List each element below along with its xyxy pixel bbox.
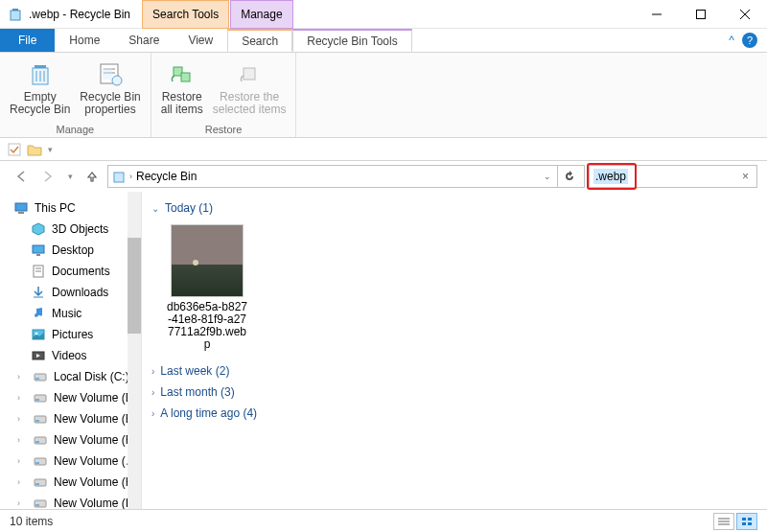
disk-icon bbox=[33, 369, 48, 384]
clear-search-button[interactable]: × bbox=[738, 170, 753, 183]
recycle-bin-properties-button[interactable]: Recycle Bin properties bbox=[76, 57, 144, 122]
close-button[interactable] bbox=[723, 0, 767, 29]
tree-label: Local Disk (C:) bbox=[54, 370, 129, 383]
back-button[interactable] bbox=[10, 165, 33, 188]
sidebar-scroll-thumb[interactable] bbox=[128, 238, 141, 334]
tree-label: New Volume (F:) bbox=[54, 433, 139, 447]
sidebar-item-local-disk-c-[interactable]: ›Local Disk (C:) bbox=[0, 366, 141, 387]
svg-rect-37 bbox=[35, 420, 39, 422]
3d-icon bbox=[31, 221, 46, 237]
breadcrumb[interactable]: › Recycle Bin ⌄ bbox=[107, 165, 585, 188]
manage-context-tab[interactable]: Manage bbox=[230, 0, 292, 29]
view-tab[interactable]: View bbox=[174, 29, 227, 52]
svg-rect-23 bbox=[33, 245, 44, 253]
sidebar-item-this-pc[interactable]: This PC bbox=[0, 197, 141, 219]
group-header[interactable]: ›A long time ago (4) bbox=[151, 403, 757, 424]
chevron-right-icon: › bbox=[151, 387, 154, 398]
expand-icon[interactable]: › bbox=[17, 477, 27, 487]
docs-icon bbox=[31, 264, 46, 279]
thumbnails-view-button[interactable] bbox=[736, 513, 757, 530]
recycle-bin-icon bbox=[8, 7, 23, 22]
empty-recycle-bin-button[interactable]: Empty Recycle Bin bbox=[6, 57, 74, 122]
expand-icon[interactable]: › bbox=[17, 435, 27, 445]
svg-rect-1 bbox=[12, 9, 18, 11]
recent-dropdown[interactable]: ▾ bbox=[63, 165, 77, 188]
sidebar-item-new-volume-f-[interactable]: ›New Volume (F:) bbox=[0, 429, 141, 451]
expand-icon[interactable]: › bbox=[17, 456, 27, 466]
titlebar: .webp - Recycle Bin Search Tools Manage bbox=[0, 0, 767, 29]
ribbon-group-label: Manage bbox=[6, 122, 145, 135]
file-item[interactable]: db636e5a-b827-41e8-81f9-a277711a2f9b.web… bbox=[165, 224, 249, 351]
expand-icon[interactable]: › bbox=[17, 372, 27, 382]
tree-label: Music bbox=[52, 307, 81, 320]
tree-label: This PC bbox=[35, 201, 76, 215]
tab-label: Home bbox=[69, 34, 100, 47]
sidebar-item-documents[interactable]: Documents bbox=[0, 261, 141, 282]
details-view-button[interactable] bbox=[713, 513, 734, 530]
dropdown-icon[interactable]: ▾ bbox=[48, 145, 53, 154]
group-header[interactable]: ⌄Today (1) bbox=[151, 197, 757, 219]
search-input[interactable]: .webp × bbox=[589, 165, 757, 188]
chevron-down-icon[interactable]: ⌄ bbox=[538, 172, 557, 181]
recycle-bin-tools-tab[interactable]: Recycle Bin Tools bbox=[292, 29, 412, 52]
refresh-button[interactable] bbox=[557, 165, 580, 188]
folder-icon[interactable] bbox=[27, 143, 42, 156]
up-button[interactable] bbox=[81, 165, 104, 188]
svg-rect-3 bbox=[697, 10, 706, 18]
group-header[interactable]: ›Last week (2) bbox=[151, 360, 757, 382]
minimize-button[interactable] bbox=[635, 0, 679, 29]
svg-rect-22 bbox=[18, 212, 24, 214]
ribbon-group-restore: Restore all items Restore the selected i… bbox=[151, 53, 297, 137]
collapse-ribbon-icon[interactable]: ^ bbox=[729, 34, 734, 47]
svg-rect-52 bbox=[748, 518, 752, 520]
expand-icon[interactable]: › bbox=[17, 414, 27, 424]
svg-rect-24 bbox=[36, 254, 40, 256]
tree-label: Downloads bbox=[52, 286, 108, 299]
sidebar-item-pictures[interactable]: Pictures bbox=[0, 324, 141, 345]
forward-button[interactable] bbox=[36, 165, 59, 188]
search-tab[interactable]: Search bbox=[227, 29, 292, 52]
item-count: 10 items bbox=[10, 515, 53, 528]
file-tab[interactable]: File bbox=[0, 29, 55, 52]
svg-rect-0 bbox=[11, 11, 20, 20]
tree-label: 3D Objects bbox=[52, 222, 108, 236]
context-tab-label: Search Tools bbox=[152, 8, 219, 21]
svg-rect-21 bbox=[15, 203, 27, 211]
pc-icon bbox=[13, 200, 29, 216]
sidebar-item-music[interactable]: Music bbox=[0, 303, 141, 324]
svg-rect-41 bbox=[35, 462, 39, 464]
sidebar-item-downloads[interactable]: Downloads bbox=[0, 282, 141, 303]
restore-all-button[interactable]: Restore all items bbox=[157, 57, 207, 122]
group-label: Last month (3) bbox=[160, 385, 234, 399]
breadcrumb-sep-icon: › bbox=[129, 172, 132, 181]
tree-label: Desktop bbox=[52, 243, 94, 257]
tree-label: New Volume (I:) bbox=[54, 497, 135, 510]
help-icon[interactable]: ? bbox=[742, 33, 757, 48]
expand-icon[interactable]: › bbox=[17, 498, 27, 508]
sidebar-item-desktop[interactable]: Desktop bbox=[0, 240, 141, 261]
checkbox-icon[interactable] bbox=[8, 143, 21, 156]
home-tab[interactable]: Home bbox=[55, 29, 114, 52]
sidebar-item-new-volume-g-[interactable]: ›New Volume (G:) bbox=[0, 451, 141, 472]
sidebar-item-new-volume-e-[interactable]: ›New Volume (E:) bbox=[0, 408, 141, 429]
expand-icon[interactable]: › bbox=[17, 393, 27, 403]
svg-rect-54 bbox=[748, 522, 752, 525]
search-tools-context-tab[interactable]: Search Tools bbox=[142, 0, 229, 29]
vid-icon bbox=[31, 348, 46, 363]
sidebar-item-videos[interactable]: Videos bbox=[0, 345, 141, 366]
group-header[interactable]: ›Last month (3) bbox=[151, 382, 757, 403]
thumbnail-image bbox=[171, 224, 244, 297]
share-tab[interactable]: Share bbox=[114, 29, 174, 52]
disk-icon bbox=[33, 390, 48, 405]
sidebar-item-3d-objects[interactable]: 3D Objects bbox=[0, 219, 141, 240]
group-label: Last week (2) bbox=[160, 364, 229, 378]
breadcrumb-location[interactable]: Recycle Bin bbox=[136, 170, 197, 183]
sidebar-item-new-volume-d-[interactable]: ›New Volume (D:) bbox=[0, 387, 141, 408]
sidebar-item-new-volume-h-[interactable]: ›New Volume (H:) bbox=[0, 472, 141, 493]
tree-label: Videos bbox=[52, 349, 86, 362]
maximize-button[interactable] bbox=[679, 0, 723, 29]
svg-rect-7 bbox=[35, 65, 46, 68]
group-label: Today (1) bbox=[165, 201, 213, 215]
restore-selected-icon bbox=[234, 58, 265, 89]
svg-rect-39 bbox=[35, 441, 39, 443]
